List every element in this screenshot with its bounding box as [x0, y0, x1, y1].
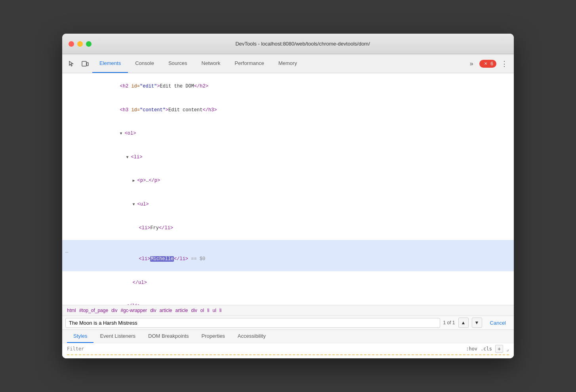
cursor-icon [69, 61, 75, 67]
breadcrumb-ol[interactable]: ol [200, 308, 204, 313]
resize-handle: ⌟ [506, 346, 509, 352]
device-tool-button[interactable] [79, 57, 92, 70]
dom-line[interactable]: ▼<li> [62, 146, 514, 169]
maximize-button[interactable] [86, 41, 92, 47]
cancel-search-button[interactable]: Cancel [485, 318, 511, 327]
tab-sources[interactable]: Sources [161, 54, 195, 73]
tab-performance[interactable]: Performance [227, 54, 271, 73]
breadcrumb-div2[interactable]: div [150, 308, 156, 313]
breadcrumb-div3[interactable]: div [191, 308, 197, 313]
breadcrumb-gc[interactable]: #gc-wrapper [120, 308, 147, 313]
titlebar: DevTools - localhost:8080/web/tools/chro… [62, 34, 514, 54]
menu-button[interactable]: ⋮ [498, 57, 511, 70]
dom-line[interactable]: </ul> [62, 271, 514, 295]
svg-rect-1 [87, 63, 88, 66]
window-controls [69, 41, 92, 47]
toolbar-right: » ✕ 6 ⋮ [465, 57, 511, 70]
dom-line[interactable]: <h3 id="content">Edit content</h3> [62, 99, 514, 122]
hov-button[interactable]: :hov [466, 346, 477, 352]
cls-button[interactable]: .cls [481, 346, 492, 352]
devtools-window: DevTools - localhost:8080/web/tools/chro… [62, 34, 514, 358]
tab-properties[interactable]: Properties [195, 330, 231, 343]
dom-line[interactable]: ▼<ol> [62, 122, 514, 146]
dom-line-selected[interactable]: … <li>Michelle</li> == $0 [62, 240, 514, 271]
breadcrumb-top[interactable]: #top_of_page [79, 308, 108, 313]
search-next-button[interactable]: ▼ [472, 318, 482, 328]
breadcrumb-li1[interactable]: li [207, 308, 209, 313]
cursor-tool-button[interactable] [65, 57, 78, 70]
dom-line[interactable]: </li> [62, 295, 514, 305]
tab-accessibility[interactable]: Accessibility [231, 330, 272, 343]
add-style-button[interactable]: + [495, 345, 503, 353]
main-content: <h2 id="edit">Edit the DOM</h2> <h3 id="… [62, 73, 514, 358]
tab-styles[interactable]: Styles [67, 330, 93, 343]
filter-input[interactable] [67, 346, 463, 352]
close-button[interactable] [69, 41, 74, 47]
svg-rect-0 [82, 61, 86, 66]
device-icon [82, 61, 89, 67]
tab-dom-breakpoints[interactable]: DOM Breakpoints [142, 330, 195, 343]
styles-panel: :hov .cls + ⌟ [62, 343, 514, 358]
minimize-button[interactable] [77, 41, 83, 47]
more-tabs-button[interactable]: » [465, 57, 478, 70]
dom-line[interactable]: ▶<p>…</p> [62, 169, 514, 193]
breadcrumb-article1[interactable]: article [159, 308, 172, 313]
error-badge[interactable]: ✕ 6 [479, 60, 496, 68]
toolbar-tabs: Elements Console Sources Network Perform… [92, 54, 464, 73]
search-bar: 1 of 1 ▲ ▼ Cancel [62, 316, 514, 329]
dom-line[interactable]: <h2 id="edit">Edit the DOM</h2> [62, 75, 514, 99]
tab-event-listeners[interactable]: Event Listeners [93, 330, 142, 343]
tab-elements[interactable]: Elements [92, 54, 128, 73]
filter-row: :hov .cls + ⌟ [67, 345, 509, 353]
dom-line[interactable]: ▼<ul> [62, 193, 514, 217]
bottom-panel-tabs: Styles Event Listeners DOM Breakpoints P… [62, 329, 514, 343]
window-title: DevTools - localhost:8080/web/tools/chro… [98, 41, 507, 47]
breadcrumb-ul[interactable]: ul [213, 308, 216, 313]
toolbar: Elements Console Sources Network Perform… [62, 54, 514, 73]
breadcrumb-article2[interactable]: article [175, 308, 188, 313]
error-x-icon: ✕ [483, 61, 489, 67]
breadcrumb-bar: html #top_of_page div #gc-wrapper div ar… [62, 305, 514, 316]
tab-network[interactable]: Network [195, 54, 228, 73]
search-count: 1 of 1 [443, 320, 455, 325]
tab-memory[interactable]: Memory [271, 54, 304, 73]
breadcrumb-li2[interactable]: li [219, 308, 221, 313]
michelle-text: Michelle [150, 256, 174, 262]
breadcrumb-html[interactable]: html [67, 308, 76, 313]
search-prev-button[interactable]: ▲ [458, 318, 469, 328]
search-input[interactable] [65, 318, 440, 328]
dots-indicator: … [65, 248, 68, 255]
dom-line[interactable]: <li>Fry</li> [62, 216, 514, 240]
dom-tree[interactable]: <h2 id="edit">Edit the DOM</h2> <h3 id="… [62, 73, 514, 305]
tab-console[interactable]: Console [128, 54, 161, 73]
error-count: 6 [490, 61, 493, 67]
breadcrumb-div1[interactable]: div [111, 308, 117, 313]
dashed-border [67, 354, 509, 355]
